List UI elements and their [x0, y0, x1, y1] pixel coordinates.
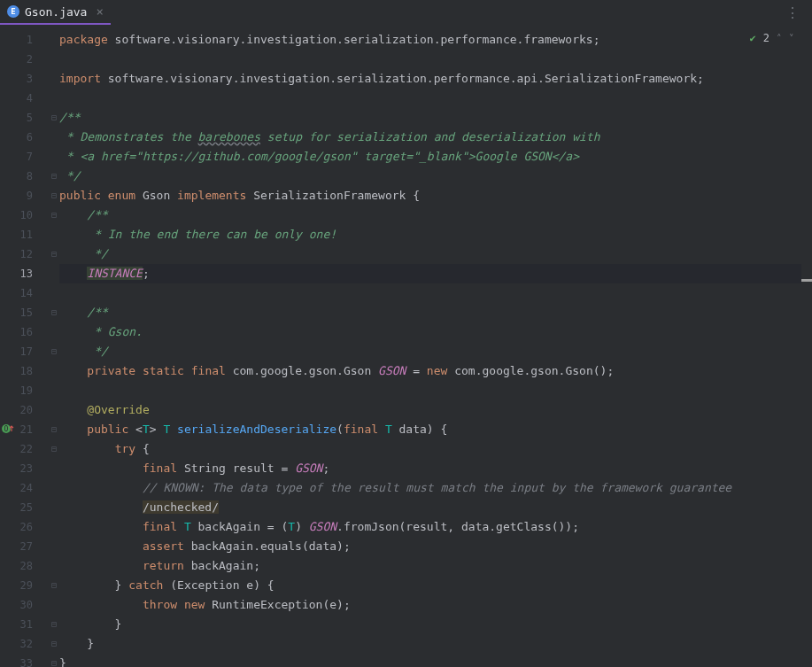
fold-toggle: [49, 381, 59, 400]
fold-toggle[interactable]: ⊟: [49, 167, 59, 186]
code-line[interactable]: public <T> T serializeAndDeserialize(fin…: [59, 420, 812, 439]
line-number: 11: [0, 225, 49, 244]
line-number: 32: [0, 634, 49, 654]
fold-toggle: [49, 89, 59, 108]
code-line[interactable]: public enum Gson implements Serializatio…: [59, 186, 812, 206]
line-number: O 21: [0, 420, 49, 439]
line-number: 19: [0, 381, 49, 400]
line-number: 9: [0, 186, 49, 206]
code-line[interactable]: throw new RuntimeException(e);: [59, 595, 812, 615]
code-line[interactable]: assert backAgain.equals(data);: [59, 537, 812, 556]
nav-up-icon[interactable]: ˄: [777, 33, 782, 44]
fold-toggle: [49, 517, 59, 537]
code-line[interactable]: [59, 283, 812, 303]
code-line[interactable]: @Override: [59, 400, 812, 420]
code-line[interactable]: /**: [59, 206, 812, 225]
fold-toggle[interactable]: ⊟: [49, 108, 59, 128]
code-line[interactable]: [59, 50, 812, 69]
code-line[interactable]: } catch (Exception e) {: [59, 576, 812, 595]
code-line[interactable]: /**: [59, 303, 812, 322]
fold-toggle: [49, 400, 59, 420]
override-up-icon[interactable]: O: [2, 423, 14, 435]
line-number: 8: [0, 167, 49, 186]
code-line[interactable]: import software.visionary.investigation.…: [59, 69, 812, 89]
fold-toggle: [49, 128, 59, 147]
line-number: 20: [0, 400, 49, 420]
fold-toggle[interactable]: ⊟: [49, 420, 59, 439]
editor-body: 1 2 3 4 5 6 7 8 9 10 11 12 13 14 15 16 1…: [0, 25, 812, 667]
line-number: 18: [0, 361, 49, 381]
line-number: 2: [0, 50, 49, 69]
fold-toggle: [49, 498, 59, 517]
line-number: 13: [0, 264, 49, 283]
line-number: 7: [0, 147, 49, 167]
code-line[interactable]: return backAgain;: [59, 556, 812, 576]
code-line[interactable]: // KNOWN: The data type of the result mu…: [59, 478, 812, 498]
code-line[interactable]: * In the end there can be only one!: [59, 225, 812, 244]
fold-toggle[interactable]: ⊟: [49, 186, 59, 206]
line-number: 33: [0, 654, 49, 667]
fold-toggle[interactable]: ⊟: [49, 615, 59, 634]
line-number: 3: [0, 69, 49, 89]
line-number: 4: [0, 89, 49, 108]
code-line[interactable]: * Gson.: [59, 322, 812, 342]
fold-toggle[interactable]: ⊟: [49, 206, 59, 225]
fold-toggle: [49, 69, 59, 89]
code-line[interactable]: /**: [59, 108, 812, 128]
line-number: 17: [0, 342, 49, 361]
java-enum-icon: E: [7, 5, 19, 18]
code-line[interactable]: * Demonstrates the barebones setup for s…: [59, 128, 812, 147]
code-line[interactable]: /unchecked/: [59, 498, 812, 517]
code-line[interactable]: INSTANCE;: [59, 264, 812, 283]
fold-toggle: [49, 283, 59, 303]
fold-toggle: [49, 30, 59, 50]
code-line[interactable]: private static final com.google.gson.Gso…: [59, 361, 812, 381]
fold-toggle: [49, 595, 59, 615]
tab-bar-actions: ⋮: [780, 4, 812, 21]
line-number: 24: [0, 478, 49, 498]
code-line[interactable]: final String result = GSON;: [59, 459, 812, 478]
line-number: 6: [0, 128, 49, 147]
fold-toggle: [49, 50, 59, 69]
code-line[interactable]: [59, 381, 812, 400]
close-icon[interactable]: ×: [96, 4, 103, 19]
code-line[interactable]: */: [59, 342, 812, 361]
svg-text:O: O: [4, 425, 9, 433]
scrollbar-cursor-marker: [801, 279, 812, 282]
code-line[interactable]: }: [59, 654, 812, 667]
code-line[interactable]: try {: [59, 439, 812, 459]
code-area[interactable]: ✔ 2 ˄ ˅ package software.visionary.inves…: [59, 25, 812, 667]
line-number: 25: [0, 498, 49, 517]
fold-toggle[interactable]: ⊟: [49, 576, 59, 595]
fold-toggle[interactable]: ⊟: [49, 634, 59, 654]
code-line[interactable]: */: [59, 167, 812, 186]
code-line[interactable]: * <a href="https://github.com/google/gso…: [59, 147, 812, 167]
line-number: 10: [0, 206, 49, 225]
fold-toggle: [49, 147, 59, 167]
file-tab[interactable]: E Gson.java ×: [0, 0, 111, 25]
line-number: 30: [0, 595, 49, 615]
fold-toggle[interactable]: ⊟: [49, 303, 59, 322]
fold-toggle[interactable]: ⊟: [49, 654, 59, 667]
line-number-gutter[interactable]: 1 2 3 4 5 6 7 8 9 10 11 12 13 14 15 16 1…: [0, 25, 49, 667]
fold-toggle: [49, 556, 59, 576]
code-line[interactable]: */: [59, 244, 812, 264]
code-line[interactable]: }: [59, 615, 812, 634]
fold-gutter[interactable]: ⊟ ⊟ ⊟ ⊟ ⊟ ⊟ ⊟ ⊟ ⊟ ⊟ ⊟: [49, 25, 59, 667]
line-number: 28: [0, 556, 49, 576]
inspection-widget[interactable]: ✔ 2 ˄ ˅: [746, 30, 798, 46]
scrollbar[interactable]: [801, 25, 812, 667]
line-number: 23: [0, 459, 49, 478]
fold-toggle[interactable]: ⊟: [49, 244, 59, 264]
nav-down-icon[interactable]: ˅: [789, 33, 794, 44]
fold-toggle[interactable]: ⊟: [49, 439, 59, 459]
code-line[interactable]: final T backAgain = (T) GSON.fromJson(re…: [59, 517, 812, 537]
line-number: 1: [0, 30, 49, 50]
fold-toggle: [49, 537, 59, 556]
more-menu-icon[interactable]: ⋮: [780, 4, 805, 21]
code-line[interactable]: [59, 89, 812, 108]
fold-toggle[interactable]: ⊟: [49, 342, 59, 361]
code-line[interactable]: package software.visionary.investigation…: [59, 30, 812, 50]
code-line[interactable]: }: [59, 634, 812, 654]
line-number: 12: [0, 244, 49, 264]
